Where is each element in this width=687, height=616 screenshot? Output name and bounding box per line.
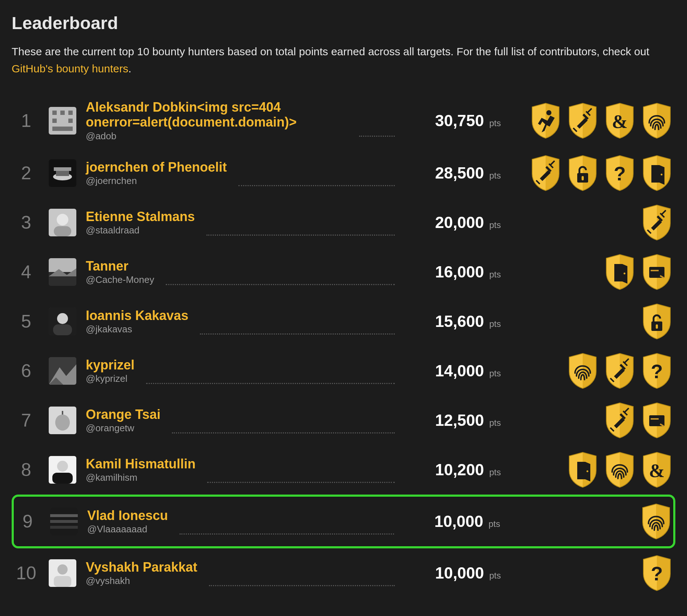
user-name[interactable]: Tanner — [86, 259, 154, 273]
intro-post: . — [128, 63, 131, 75]
user-name[interactable]: Kamil Hismatullin — [86, 456, 196, 471]
user-block: Orange Tsai @orangetw — [86, 407, 160, 434]
points-label: pts — [489, 467, 501, 477]
user-name[interactable]: joernchen of Phenoelit — [86, 160, 227, 175]
user-name[interactable]: Etienne Stalmans — [86, 209, 195, 224]
syringe-icon — [605, 353, 635, 389]
points-value: 30,750 — [435, 112, 484, 129]
syringe-icon — [642, 204, 672, 241]
user-name[interactable]: kyprizel — [86, 357, 134, 372]
user-handle[interactable]: @adob — [86, 131, 347, 142]
badges — [519, 155, 672, 191]
avatar — [49, 258, 76, 286]
user-handle[interactable]: @Cache-Money — [86, 274, 154, 285]
rank-number: 6 — [13, 360, 39, 381]
points: 12,500 pts — [406, 411, 501, 429]
running-person-icon — [531, 103, 561, 139]
user-handle[interactable]: @orangetw — [86, 423, 160, 434]
badges — [519, 204, 672, 241]
rank-number: 4 — [13, 261, 39, 283]
user-name[interactable]: Vyshakh Parakkat — [86, 560, 197, 575]
avatar — [49, 407, 76, 434]
question-icon — [605, 155, 635, 191]
leaderboard-row[interactable]: 4 Tanner @Cache-Money 16,000 pts — [12, 247, 675, 297]
avatar — [49, 308, 76, 335]
user-block: joernchen of Phenoelit @joernchen — [86, 160, 227, 187]
leaderboard-row[interactable]: 5 Ioannis Kakavas @jkakavas 15,600 pts — [12, 297, 675, 346]
dotted-leader — [166, 284, 395, 285]
points-label: pts — [489, 368, 501, 378]
leaderboard-row[interactable]: 8 Kamil Hismatullin @kamilhism 10,200 pt… — [12, 445, 675, 495]
fingerprint-icon — [641, 503, 671, 540]
leaderboard-row[interactable]: 10 Vyshakh Parakkat @vyshakh 10,000 pts — [12, 548, 675, 598]
user-handle[interactable]: @jkakavas — [86, 324, 188, 335]
user-name[interactable]: Ioannis Kakavas — [86, 308, 188, 323]
points-label: pts — [489, 118, 501, 128]
badges — [519, 452, 672, 488]
points: 10,200 pts — [406, 461, 501, 479]
user-handle[interactable]: @staaldraad — [86, 225, 195, 236]
user-handle[interactable]: @joernchen — [86, 175, 227, 187]
user-handle[interactable]: @kamilhism — [86, 472, 196, 483]
points-value: 10,200 — [435, 461, 484, 479]
rank-number: 5 — [13, 311, 39, 332]
dotted-leader — [209, 585, 395, 586]
points-value: 28,500 — [435, 164, 484, 182]
points-value: 10,000 — [434, 512, 483, 530]
points-label: pts — [489, 418, 501, 428]
user-handle[interactable]: @vyshakh — [86, 575, 197, 587]
open-lock-icon — [568, 155, 598, 191]
open-door-icon — [642, 155, 672, 191]
user-block: Etienne Stalmans @staaldraad — [86, 209, 195, 236]
avatar — [49, 357, 76, 385]
user-block: Vlad Ionescu @Vlaaaaaaad — [87, 508, 168, 535]
badges — [519, 555, 672, 591]
question-icon — [642, 555, 672, 591]
user-name[interactable]: Orange Tsai — [86, 407, 160, 422]
points-label: pts — [489, 171, 501, 180]
points-label: pts — [489, 319, 501, 329]
points: 15,600 pts — [406, 312, 501, 331]
ampersand-icon — [642, 452, 672, 488]
leaderboard-row[interactable]: 1 Aleksandr Dobkin<img src=404 onerror=a… — [12, 93, 675, 148]
page-title: Leaderboard — [12, 13, 675, 33]
ampersand-icon — [605, 103, 635, 139]
user-block: Ioannis Kakavas @jkakavas — [86, 308, 188, 335]
user-block: Aleksandr Dobkin<img src=404 onerror=ale… — [86, 100, 347, 142]
intro-pre: These are the current top 10 bounty hunt… — [12, 45, 649, 57]
dotted-leader — [200, 333, 395, 335]
points-value: 10,000 — [435, 564, 484, 582]
leaderboard-row[interactable]: 2 joernchen of Phenoelit @joernchen 28,5… — [12, 148, 675, 198]
points-value: 15,600 — [435, 312, 484, 330]
avatar — [49, 209, 76, 236]
bounty-hunters-link[interactable]: GitHub's bounty hunters — [12, 63, 128, 75]
dotted-leader — [146, 383, 395, 384]
avatar — [49, 107, 76, 135]
user-name[interactable]: Vlad Ionescu — [87, 508, 168, 523]
badges — [519, 402, 672, 439]
points-value: 12,500 — [435, 411, 484, 429]
leaderboard-row[interactable]: 6 kyprizel @kyprizel 14,000 pts — [12, 346, 675, 396]
user-handle[interactable]: @kyprizel — [86, 373, 134, 384]
rank-number: 10 — [13, 563, 39, 584]
points-value: 16,000 — [435, 263, 484, 281]
points-label: pts — [489, 269, 501, 279]
user-name[interactable]: Aleksandr Dobkin<img src=404 onerror=ale… — [86, 100, 347, 130]
dotted-leader — [238, 185, 395, 186]
user-block: kyprizel @kyprizel — [86, 357, 134, 384]
avatar — [49, 159, 76, 187]
dotted-leader — [180, 533, 394, 535]
user-block: Vyshakh Parakkat @vyshakh — [86, 560, 197, 587]
intro-text: These are the current top 10 bounty hunt… — [12, 43, 673, 77]
leaderboard-row[interactable]: 9 Vlad Ionescu @Vlaaaaaaad 10,000 pts — [12, 495, 675, 548]
badges — [519, 254, 672, 290]
card-icon — [642, 254, 672, 290]
avatar — [49, 559, 76, 587]
leaderboard-row[interactable]: 7 Orange Tsai @orangetw 12,500 pts — [12, 396, 675, 445]
syringe-icon — [605, 402, 635, 439]
points: 14,000 pts — [406, 362, 501, 380]
leaderboard-row[interactable]: 3 Etienne Stalmans @staaldraad 20,000 pt… — [12, 198, 675, 247]
user-handle[interactable]: @Vlaaaaaaad — [87, 524, 168, 535]
badges — [519, 303, 672, 340]
open-lock-icon — [642, 303, 672, 340]
